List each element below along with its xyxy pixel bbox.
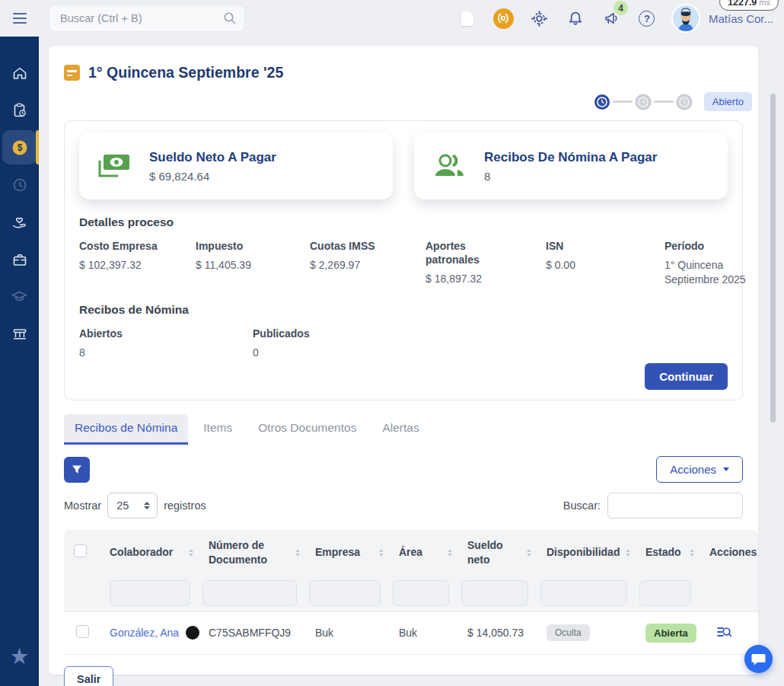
filter-documento[interactable] [202,580,297,606]
sort-icon[interactable] [448,549,452,557]
filter-sueldo[interactable] [461,580,528,606]
latency-badge: 1227.9 ms [719,0,779,11]
sort-icon[interactable] [295,549,300,557]
sidebar-item-payroll[interactable]: $ [0,129,39,166]
sidebar: $ [0,37,39,686]
sidebar-item-home[interactable] [0,54,39,91]
sidebar-item-attendance[interactable] [0,166,39,203]
filter-button[interactable] [64,457,90,483]
row-checkbox[interactable] [76,625,89,638]
preview-receipt-icon[interactable] [709,625,732,639]
briefcase-icon [11,251,28,268]
sort-icon[interactable] [690,549,694,557]
home-icon [11,65,28,81]
stat-costo-empresa: Costo Empresa $ 102,397.32 [79,239,196,287]
receipts-stats: Abiertos 8 Publicados 0 [79,327,728,360]
table-search-input[interactable] [607,493,743,518]
sidebar-item-processes[interactable] [0,91,39,129]
filter-area[interactable] [393,580,449,606]
user-name[interactable]: Matías Cor... [709,12,773,25]
net-salary-card: Sueldo Neto A Pagar $ 69,824.64 [79,132,393,199]
stat-impuesto: Impuesto $ 11,405.39 [196,239,310,287]
status-badge: Abierto [704,92,752,111]
user-avatar[interactable] [673,5,699,31]
scrollbar-thumb[interactable] [770,94,776,423]
filter-disponibilidad[interactable] [540,580,627,606]
sidebar-item-organization[interactable] [0,315,39,353]
step-clock-icon-active [594,94,610,110]
search-input[interactable] [60,12,223,24]
exit-button[interactable]: Salir [64,666,113,686]
bell-icon[interactable] [566,8,585,28]
sidebar-item-training[interactable] [0,278,39,315]
stat-periodo: Período 1° Quincena Septiembre 2025 [664,239,756,287]
receipts-heading: Recibos de Nómina [79,303,728,317]
tab-recibos[interactable]: Recibos de Nómina [64,414,188,445]
cell-area: Buk [387,611,455,654]
global-search[interactable] [49,5,245,32]
sort-icon[interactable] [527,549,531,557]
stat-cuotas-imss: Cuotas IMSS $ 2,269.97 [310,239,425,287]
receipts-table: Colaborador Número de Documento Empresa … [64,530,758,655]
tab-otros-documentos[interactable]: Otros Documentos [247,414,367,445]
main-area: 1° Quincena Septiembre '25 Abierto [39,37,784,686]
stat-aportes-patronales: Aportes patronales $ 18,897.32 [425,239,546,287]
favorites-star-icon[interactable] [0,643,39,669]
bank-icon [11,326,28,343]
sort-icon[interactable] [626,549,630,557]
process-summary-box: Sueldo Neto A Pagar $ 69,824.64 [64,120,743,400]
payroll-coin-icon: $ [11,139,29,157]
card-title: Sueldo Neto A Pagar [149,150,276,165]
card-value: 8 [484,170,657,183]
document-icon[interactable] [457,8,477,28]
sort-icon[interactable] [379,549,384,557]
help-icon[interactable] [637,8,657,28]
tab-items[interactable]: Items [193,414,243,445]
chevron-down-icon [723,467,729,471]
process-panel: 1° Quincena Septiembre '25 Abierto [49,46,758,675]
sidebar-item-benefits[interactable] [0,203,39,241]
employee-link[interactable]: González, Ana [110,627,179,639]
filter-estado[interactable] [639,580,691,606]
cell-sueldo: $ 14,050.73 [455,611,534,654]
stat-publicados: Publicados 0 [253,327,426,360]
records-label: registros [164,499,206,512]
card-title: Recibos De Nómina A Pagar [484,150,657,165]
gear-icon[interactable] [530,8,550,28]
tab-alertas[interactable]: Alertas [371,414,429,445]
clock-icon [11,177,28,193]
topbar: 4 Matías Cor... [0,0,784,37]
stat-isn: ISN $ 0.00 [546,239,664,287]
filter-colaborador[interactable] [110,580,190,606]
tab-bar: Recibos de Nómina Items Otros Documentos… [64,414,743,445]
continue-button[interactable]: Continuar [645,363,728,390]
page-title: 1° Quincena Septiembre '25 [88,64,283,81]
cell-empresa: Buk [303,611,387,654]
brand-circle-icon[interactable] [493,8,514,29]
notification-badge: 4 [613,1,628,15]
card-value: $ 69,824.64 [149,170,276,183]
details-stats: Costo Empresa $ 102,397.32 Impuesto $ 11… [79,239,728,287]
table-search-label: Buscar: [563,499,601,512]
sidebar-item-jobs[interactable] [0,241,39,278]
progress-steps: Abierto [64,92,752,111]
funnel-icon [71,464,83,476]
stat-abiertos: Abiertos 8 [79,327,253,360]
select-all-checkbox[interactable] [74,544,87,557]
availability-badge: Oculta [547,624,590,641]
details-heading: Detalles proceso [79,215,728,229]
cell-documento: C75SABMFFQJ9 [196,611,303,654]
page-size-select[interactable]: 25 [107,493,158,518]
show-label: Mostrar [64,499,101,512]
search-icon [223,11,237,25]
menu-toggle-icon[interactable] [0,13,39,24]
people-icon [432,152,466,180]
actions-button[interactable]: Acciones [656,456,743,483]
chat-button[interactable] [744,645,773,673]
chat-bubble-icon [751,652,766,665]
filter-empresa[interactable] [309,580,381,606]
megaphone-icon[interactable]: 4 [601,8,621,28]
sort-icon[interactable] [189,549,193,557]
step-clock-icon [676,94,693,110]
svg-text:$: $ [17,142,22,153]
